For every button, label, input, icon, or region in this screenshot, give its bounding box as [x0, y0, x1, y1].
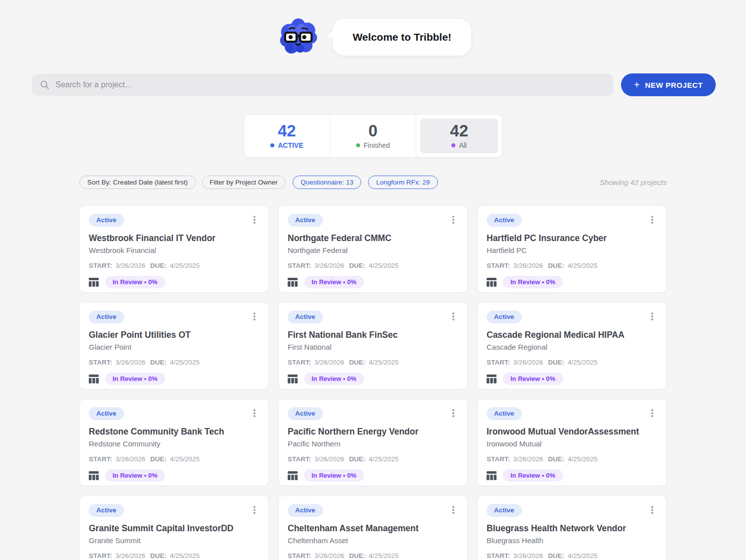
start-date: 3/26/2026 — [114, 455, 145, 463]
new-project-button[interactable]: + NEW PROJECT — [621, 73, 716, 96]
kebab-menu-icon[interactable] — [448, 311, 458, 321]
table-icon — [487, 278, 497, 287]
project-card[interactable]: Active Ironwood Mutual VendorAssessment … — [477, 399, 667, 486]
stat-all[interactable]: 42 All — [416, 115, 502, 157]
project-card[interactable]: Active Glacier Point Utilities OT Glacie… — [79, 302, 269, 389]
project-card[interactable]: Active Cheltenham Asset Management Chelt… — [278, 496, 468, 560]
kebab-menu-icon[interactable] — [448, 215, 458, 225]
project-title: Cascade Regional Medical HIPAA — [487, 330, 657, 340]
kebab-menu-icon[interactable] — [249, 311, 259, 321]
filter-owner-chip[interactable]: Filter by Project Owner — [202, 176, 286, 189]
project-company: Cheltenham Asset — [288, 536, 458, 545]
status-badge: Active — [288, 407, 323, 420]
start-label: START: — [288, 552, 311, 560]
due-date: 4/25/2025 — [168, 552, 200, 560]
questionnaire-chip[interactable]: Questionnaire: 13 — [293, 176, 362, 189]
kebab-menu-icon[interactable] — [647, 215, 657, 225]
active-dot-icon — [270, 143, 274, 147]
due-label: DUE: — [349, 455, 366, 463]
status-badge: Active — [487, 504, 522, 517]
project-title: Granite Summit Capital InvestorDD — [89, 523, 259, 534]
table-icon — [288, 278, 298, 287]
project-card[interactable]: Active Redstone Community Bank Tech Reds… — [79, 399, 269, 486]
project-title: Westbrook Financial IT Vendor — [89, 233, 259, 244]
kebab-menu-icon[interactable] — [249, 408, 259, 418]
project-title: Ironwood Mutual VendorAssessment — [487, 427, 657, 437]
start-date: 3/26/2026 — [511, 359, 543, 366]
project-dates: START: 3/26/2026DUE: 4/25/2025 — [288, 359, 458, 366]
project-dates: START: 3/26/2026DUE: 4/25/2025 — [89, 359, 259, 366]
project-card[interactable]: Active Northgate Federal CMMC Northgate … — [278, 205, 468, 293]
status-badge: Active — [89, 504, 124, 517]
kebab-menu-icon[interactable] — [448, 505, 458, 515]
project-company: Granite Summit — [89, 536, 259, 545]
project-title: Bluegrass Health Network Vendor — [487, 523, 657, 534]
project-title: First National Bank FinSec — [288, 330, 458, 340]
start-date: 3/26/2026 — [114, 552, 145, 560]
due-label: DUE: — [548, 455, 564, 463]
table-icon — [487, 374, 497, 383]
due-label: DUE: — [150, 262, 167, 269]
review-status-pill: In Review • 0% — [304, 276, 364, 288]
start-date: 3/26/2026 — [312, 552, 344, 560]
kebab-menu-icon[interactable] — [249, 505, 259, 515]
project-card[interactable]: Active First National Bank FinSec First … — [278, 302, 468, 389]
kebab-menu-icon[interactable] — [249, 215, 259, 225]
project-card[interactable]: Active Cascade Regional Medical HIPAA Ca… — [477, 302, 667, 389]
table-icon — [89, 471, 99, 480]
project-grid: Active Westbrook Financial IT Vendor Wes… — [79, 205, 667, 560]
stat-active[interactable]: 42 ACTIVE — [244, 115, 330, 157]
stat-finished[interactable]: 0 Finished — [330, 115, 416, 157]
kebab-menu-icon[interactable] — [448, 408, 458, 418]
tribble-mascot-icon — [275, 14, 322, 60]
table-icon — [89, 374, 99, 383]
project-card[interactable]: Active Pacific Northern Energy Vendor Pa… — [278, 399, 468, 486]
project-company: Northgate Federal — [288, 246, 458, 254]
new-project-label: NEW PROJECT — [645, 81, 703, 89]
project-card[interactable]: Active Granite Summit Capital InvestorDD… — [79, 496, 269, 560]
project-dates: START: 3/26/2026DUE: 4/25/2025 — [288, 552, 458, 560]
review-status-pill: In Review • 0% — [503, 276, 563, 288]
kebab-menu-icon[interactable] — [647, 311, 657, 321]
status-badge: Active — [288, 311, 323, 323]
project-card[interactable]: Active Bluegrass Health Network Vendor B… — [477, 496, 667, 560]
review-status-pill: In Review • 0% — [105, 373, 165, 385]
project-dates: START: 3/26/2026DUE: 4/25/2025 — [89, 262, 259, 269]
project-company: Pacific Northern — [288, 439, 458, 448]
due-label: DUE: — [349, 359, 366, 366]
due-date: 4/25/2025 — [367, 359, 399, 366]
due-label: DUE: — [150, 359, 167, 366]
status-badge: Active — [487, 407, 522, 420]
due-date: 4/25/2025 — [168, 359, 200, 366]
sort-by-chip[interactable]: Sort By: Created Date (latest first) — [79, 176, 196, 189]
project-dates: START: 3/26/2026DUE: 4/25/2025 — [288, 455, 458, 463]
review-status-pill: In Review • 0% — [105, 276, 165, 288]
search-input[interactable] — [32, 74, 613, 96]
due-date: 4/25/2025 — [566, 359, 598, 366]
project-company: Redstone Community — [89, 439, 259, 448]
review-status-pill: In Review • 0% — [105, 469, 165, 482]
status-badge: Active — [89, 311, 124, 323]
project-card[interactable]: Active Westbrook Financial IT Vendor Wes… — [79, 205, 269, 293]
due-date: 4/25/2025 — [367, 552, 399, 560]
start-label: START: — [288, 359, 311, 366]
kebab-menu-icon[interactable] — [647, 408, 657, 418]
status-badge: Active — [89, 407, 124, 420]
project-card[interactable]: Active Hartfield PC Insurance Cyber Hart… — [477, 205, 667, 293]
due-date: 4/25/2025 — [367, 455, 399, 463]
project-dates: START: 3/26/2026DUE: 4/25/2025 — [487, 552, 657, 560]
table-icon — [288, 374, 298, 383]
start-date: 3/26/2026 — [312, 455, 344, 463]
due-label: DUE: — [150, 455, 167, 463]
project-company: Ironwood Mutual — [487, 439, 657, 448]
status-badge: Active — [288, 504, 323, 517]
due-date: 4/25/2025 — [566, 552, 598, 560]
longform-rfx-chip[interactable]: Longform RFx: 29 — [368, 176, 437, 189]
all-dot-icon — [451, 143, 455, 147]
status-badge: Active — [288, 214, 323, 227]
kebab-menu-icon[interactable] — [647, 505, 657, 515]
search-icon — [40, 80, 50, 90]
project-title: Glacier Point Utilities OT — [89, 330, 259, 340]
review-status-pill: In Review • 0% — [503, 469, 563, 482]
project-dates: START: 3/26/2026DUE: 4/25/2025 — [89, 455, 259, 463]
